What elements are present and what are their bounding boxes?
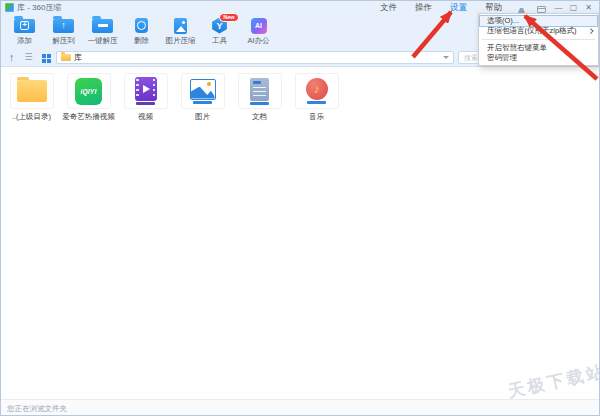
list-view-button[interactable]: ☰ (22, 51, 35, 64)
menu-item-options[interactable]: 选项(O)... (480, 16, 597, 26)
documents-library-icon (250, 78, 269, 101)
file-item-iqiyi-videos[interactable]: iQIYI 爱奇艺热播视频 (60, 73, 117, 122)
status-bar: 您正在浏览文件夹 (1, 399, 599, 416)
submenu-arrow-icon (588, 28, 593, 33)
menu-separator (482, 39, 595, 40)
toolbar-one-click-extract-button[interactable]: 一键解压 (83, 16, 122, 49)
app-window: 库 - 360压缩 文件 操作 设置 帮助 — ▢ ✕ + 添加 ↑ 解压到 一… (0, 0, 600, 416)
toolbar-extract-to-button[interactable]: ↑ 解压到 (44, 16, 83, 49)
folder-up-icon (17, 80, 47, 102)
current-path: 库 (74, 52, 82, 63)
menu-item-smart-context-menu[interactable]: 开启智慧右键菜单 (480, 43, 597, 53)
toolbar-add-button[interactable]: + 添加 (5, 16, 44, 49)
image-compress-icon (174, 18, 187, 34)
ai-office-icon: AI (251, 18, 267, 34)
file-item-pictures[interactable]: 图片 (174, 73, 231, 122)
toolbar-image-compress-button[interactable]: 图片压缩 (161, 16, 200, 49)
music-library-icon: ♪ (306, 78, 328, 100)
toolbar-delete-button[interactable]: 删除 (122, 16, 161, 49)
status-text: 您正在浏览文件夹 (7, 404, 67, 414)
folder-extract-icon: ↑ (53, 19, 74, 33)
app-logo-icon (5, 3, 14, 12)
grid-view-button[interactable] (39, 51, 52, 64)
site-watermark: 天极下载站 (506, 360, 600, 403)
file-item-videos[interactable]: 视频 (117, 73, 174, 122)
close-button[interactable]: ✕ (581, 2, 596, 14)
file-item-parent-directory[interactable]: ..(上级目录) (3, 73, 60, 122)
new-badge: New (219, 13, 238, 22)
trash-icon (135, 18, 148, 33)
file-item-music[interactable]: ♪ 音乐 (288, 73, 345, 122)
menubar-item-operation[interactable]: 操作 (406, 1, 441, 15)
folder-add-icon: + (14, 19, 35, 33)
address-dropdown-icon[interactable] (443, 56, 449, 59)
up-directory-button[interactable]: ↑ (5, 51, 18, 64)
menu-item-archive-language[interactable]: 压缩包语言(仅用于zip格式) (480, 26, 597, 36)
minimize-button[interactable]: — (551, 2, 566, 14)
address-bar[interactable]: 库 (56, 51, 454, 64)
settings-dropdown-menu: 选项(O)... 压缩包语言(仅用于zip格式) 开启智慧右键菜单 密码管理 (478, 13, 599, 66)
skin-theme-icon[interactable] (514, 3, 528, 13)
menubar-item-file[interactable]: 文件 (371, 1, 406, 15)
menubar-item-settings[interactable]: 设置 (441, 1, 476, 15)
interface-panel-icon[interactable] (534, 3, 548, 13)
toolbar-ai-office-button[interactable]: AI AI办公 (239, 16, 278, 49)
maximize-button[interactable]: ▢ (566, 2, 581, 14)
pictures-library-icon (190, 79, 216, 100)
one-click-extract-icon (92, 19, 113, 33)
window-title: 库 - 360压缩 (17, 2, 61, 13)
file-item-documents[interactable]: 文档 (231, 73, 288, 122)
video-library-icon (135, 77, 157, 101)
iqiyi-icon: iQIYI (75, 78, 102, 105)
file-browser-area: ..(上级目录) iQIYI 爱奇艺热播视频 视频 图片 (1, 67, 599, 399)
menu-item-password-manager[interactable]: 密码管理 (480, 53, 597, 63)
toolbar-tools-button[interactable]: Y New 工具 (200, 16, 239, 49)
folder-icon (61, 54, 71, 61)
